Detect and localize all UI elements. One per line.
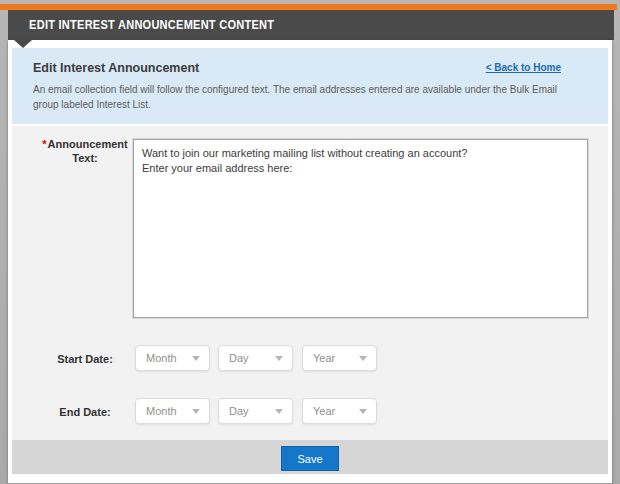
announcement-text-input[interactable]: Want to join our marketing mailing list … [133,139,588,318]
start-date-label: Start Date: [35,352,135,366]
chevron-down-icon [359,409,367,414]
header-pointer-triangle [14,40,32,48]
page-title: EDIT INTEREST ANNOUNCEMENT CONTENT [8,18,274,32]
info-box: Edit Interest Announcement < Back to Hom… [12,48,608,124]
required-asterisk: * [42,138,46,150]
start-day-value: Day [229,352,249,364]
info-box-header: Edit Interest Announcement < Back to Hom… [33,61,588,75]
chevron-down-icon [192,356,200,361]
start-date-month-select[interactable]: Month [135,345,210,371]
back-to-home-link[interactable]: < Back to Home [486,62,561,73]
info-description: An email collection field will follow th… [33,83,578,112]
save-button[interactable]: Save [281,446,339,471]
announcement-label-line2: Text: [35,151,135,165]
start-date-year-select[interactable]: Year [302,345,377,371]
end-day-value: Day [229,405,249,417]
announcement-label-line1: *Announcement [35,137,135,151]
chevron-down-icon [359,356,367,361]
start-month-value: Month [146,352,177,364]
chevron-down-icon [275,409,283,414]
section-heading: Edit Interest Announcement [33,61,199,75]
end-date-label: End Date: [35,405,135,419]
end-date-month-select[interactable]: Month [135,398,210,424]
chevron-down-icon [275,356,283,361]
chevron-down-icon [192,409,200,414]
announcement-label-word: Announcement [48,138,128,150]
end-date-day-select[interactable]: Day [218,398,293,424]
page-header: EDIT INTEREST ANNOUNCEMENT CONTENT [8,10,614,40]
form-area: *Announcement Text: Want to join our mar… [12,126,608,440]
end-date-year-select[interactable]: Year [302,398,377,424]
action-bar: Save [12,440,608,474]
content-panel: Edit Interest Announcement < Back to Hom… [8,40,612,484]
end-year-value: Year [313,405,335,417]
start-year-value: Year [313,352,335,364]
start-date-day-select[interactable]: Day [218,345,293,371]
end-month-value: Month [146,405,177,417]
announcement-text-label: *Announcement Text: [35,137,135,165]
